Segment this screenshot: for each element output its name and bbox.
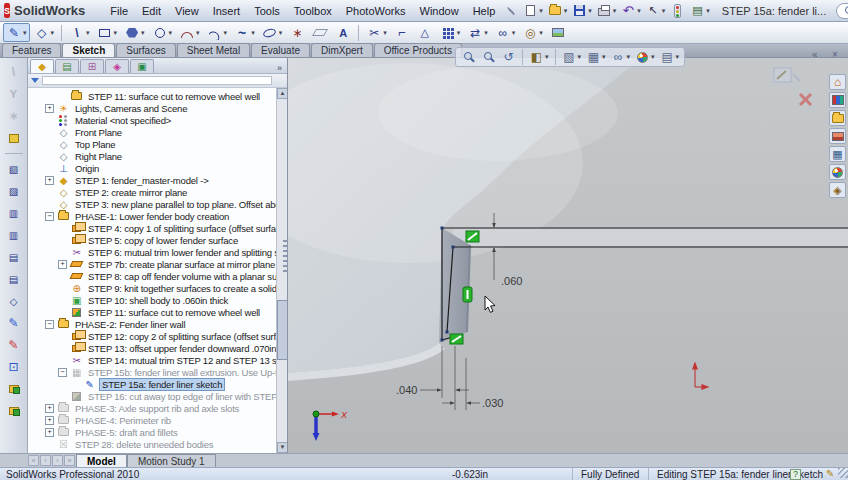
tree-item[interactable]: STEP 5: copy of lower fender surface [28, 234, 287, 246]
tree-item[interactable]: STEP 13: offset upper fender downward .0… [28, 342, 287, 354]
open-document-button[interactable]: ▾ [545, 2, 570, 20]
sketch-picture-button[interactable] [547, 23, 569, 42]
tree-item[interactable]: +☀Lights, Cameras and Scene [28, 102, 287, 114]
tree-item-label[interactable]: PHASE-5: draft and fillets [73, 427, 180, 438]
tree-item-label[interactable]: STEP 4: copy 1 of splitting surface (off… [86, 223, 287, 234]
dropdown-icon[interactable]: ▾ [196, 29, 200, 37]
spline-button[interactable]: ~▾ [231, 23, 258, 42]
tree-item-label[interactable]: STEP 14: mutual trim STEP 12 and STEP 13… [86, 355, 287, 366]
scrollbar-thumb[interactable] [277, 300, 287, 360]
print-button[interactable]: ▾ [594, 2, 619, 20]
rebuild-button[interactable] [667, 2, 687, 20]
tree-item-label[interactable]: Front Plane [73, 127, 124, 138]
expand-toggle-icon[interactable]: + [45, 428, 54, 437]
display-style-button[interactable]: ▦▾ [584, 49, 608, 66]
circle-button[interactable]: ▾ [149, 23, 176, 42]
dimension-060-text[interactable]: .060 [501, 275, 522, 287]
solidworks-resources-button[interactable]: ⌂ [829, 74, 846, 90]
dropdown-icon[interactable]: ▾ [86, 29, 90, 37]
sketch-tool-button[interactable]: \ [3, 62, 25, 82]
tab-scroll-button-0[interactable]: « [28, 455, 39, 466]
linear-sketch-pattern-button[interactable]: ▾ [437, 23, 464, 42]
scroll-down-icon[interactable]: ▼ [277, 442, 287, 453]
dropdown-icon[interactable]: ▾ [706, 7, 710, 15]
tab-sketch[interactable]: Sketch [62, 43, 115, 57]
expand-toggle-icon[interactable]: − [45, 320, 54, 329]
view-isometric-button[interactable]: ◇ [3, 291, 25, 311]
dropdown-icon[interactable]: ▾ [457, 29, 461, 37]
point-button[interactable]: ∗ [286, 23, 308, 42]
tab-office-products[interactable]: Office Products [374, 43, 462, 57]
appearances-scenes-button[interactable] [829, 164, 846, 180]
tree-item[interactable]: ⊥Origin [28, 162, 287, 174]
view-settings-button[interactable]: ▤▾ [658, 49, 682, 66]
zoom-to-fit-button[interactable] [459, 49, 478, 66]
menu-photoworks[interactable]: PhotoWorks [339, 3, 413, 19]
quick-snaps-button[interactable]: ◎▾ [519, 23, 546, 42]
tab-sheet-metal[interactable]: Sheet Metal [177, 43, 250, 57]
view-back-button[interactable]: ▨ [3, 181, 25, 201]
dropdown-icon[interactable]: ▾ [627, 53, 631, 61]
dropdown-icon[interactable]: ▾ [23, 29, 27, 37]
tree-item-label[interactable]: Top Plane [73, 139, 117, 150]
tree-item[interactable]: −▦STEP 15b: fender liner wall extrusion.… [28, 366, 287, 378]
tree-item-label[interactable]: STEP 15b: fender liner wall extrusion. U… [86, 367, 287, 378]
ellipse-button[interactable]: ▾ [259, 23, 286, 42]
move-entities-button[interactable]: ⇄▾ [464, 23, 491, 42]
tab-features[interactable]: Features [2, 43, 61, 57]
tree-item[interactable]: STEP 8: cap off fender volume with a pla… [28, 270, 287, 282]
dropdown-icon[interactable]: ▾ [539, 7, 543, 15]
dropdown-icon[interactable]: ▾ [484, 29, 488, 37]
tree-item[interactable]: STEP 16: cut away top edge of liner with… [28, 390, 287, 402]
menu-window[interactable]: Window [413, 3, 466, 19]
tree-filter-input[interactable] [42, 76, 272, 85]
tree-item[interactable]: ◇Top Plane [28, 138, 287, 150]
graphics-area[interactable]: .060 .040 .030 [288, 58, 848, 453]
select-button[interactable]: ↖▾ [643, 2, 668, 20]
corner-rectangle-button[interactable]: ▾ [94, 23, 121, 42]
tree-item[interactable]: STEP 11: surface cut to remove wheel wel… [28, 90, 287, 102]
design-library-button[interactable] [829, 92, 846, 108]
panel-splitter[interactable] [283, 240, 288, 274]
dropdown-icon[interactable]: ▾ [169, 29, 173, 37]
line-button[interactable]: \▾ [66, 23, 93, 42]
tree-item-label[interactable]: STEP 1: fender_master-model -> [73, 175, 211, 186]
tree-item[interactable]: ◇STEP 3: new plane parallel to top plane… [28, 198, 287, 210]
tree-item-label[interactable]: STEP 11: surface cut to remove wheel wel… [86, 307, 262, 318]
show-bodies-button[interactable] [3, 379, 25, 399]
dropdown-icon[interactable]: ▾ [279, 29, 283, 37]
options-button[interactable]: ▤▾ [687, 2, 712, 20]
hide-show-items-button[interactable]: ∞▾ [609, 49, 633, 66]
tab-dimxpertmanager[interactable]: ◈ [105, 59, 129, 73]
tab-surfaces[interactable]: Surfaces [116, 43, 175, 57]
dropdown-icon[interactable]: ▾ [662, 7, 666, 15]
new-document-button[interactable]: ▾ [520, 2, 545, 20]
add-relation-button[interactable]: ✎ [3, 335, 25, 355]
tree-item[interactable]: ◇STEP 2: create mirror plane [28, 186, 287, 198]
dropdown-icon[interactable]: ▾ [383, 29, 387, 37]
custom-properties-button[interactable]: ◈ [829, 182, 846, 198]
dropdown-icon[interactable]: ▾ [564, 7, 568, 15]
view-palette-button[interactable]: ▦ [829, 146, 846, 162]
tree-item-label[interactable]: STEP 13: offset upper fender downward .0… [86, 343, 278, 354]
tab-featuremanager-tree[interactable]: ◆ [30, 59, 54, 73]
tree-item[interactable]: −PHASE-2: Fender liner wall [28, 318, 287, 330]
taskpane-collapse-button[interactable]: « [812, 49, 818, 60]
expand-toggle-icon[interactable]: + [45, 104, 54, 113]
view-bottom-button[interactable]: ▤ [3, 269, 25, 289]
tree-item-label[interactable]: STEP 16: cut away top edge of liner with… [86, 391, 287, 402]
expand-toggle-icon[interactable]: + [58, 260, 67, 269]
undo-button[interactable]: ↶▾ [618, 2, 643, 20]
tree-item[interactable]: +PHASE-5: draft and fillets [28, 426, 287, 438]
dropdown-icon[interactable]: ▾ [578, 53, 582, 61]
save-button[interactable]: ▾ [569, 2, 594, 20]
menu-toolbox[interactable]: Toolbox [287, 3, 339, 19]
tree-item-label[interactable]: STEP 12: copy 2 of splitting surface (of… [86, 331, 287, 342]
dropdown-icon[interactable]: ▾ [545, 53, 549, 61]
expand-toggle-icon[interactable]: + [45, 404, 54, 413]
view-orientation-button[interactable]: ▧▾ [560, 49, 584, 66]
menu-insert[interactable]: Insert [206, 3, 248, 19]
text-button[interactable]: A [332, 23, 354, 42]
tree-item[interactable]: +◆STEP 1: fender_master-model -> [28, 174, 287, 186]
dimension-030-text[interactable]: .030 [482, 397, 503, 409]
